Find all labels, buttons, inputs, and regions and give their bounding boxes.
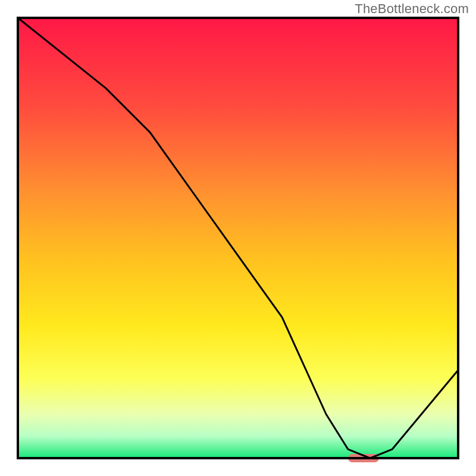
chart-container: TheBottleneck.com xyxy=(0,0,476,476)
plot-background xyxy=(18,18,458,458)
chart-svg xyxy=(0,0,476,476)
watermark-text: TheBottleneck.com xyxy=(355,1,469,17)
